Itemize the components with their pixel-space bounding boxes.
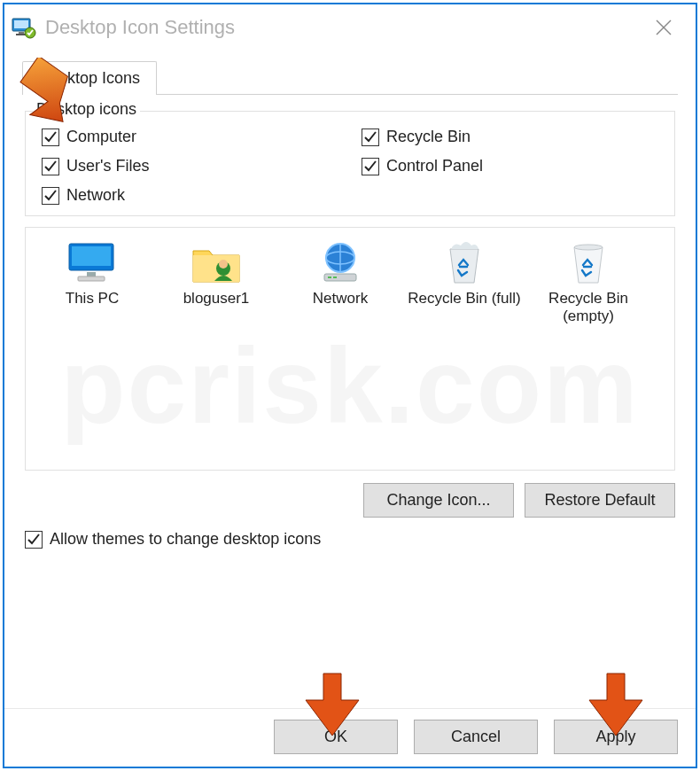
svg-point-13: [219, 260, 228, 269]
desktop-settings-icon: [12, 15, 36, 40]
change-icon-button[interactable]: Change Icon...: [363, 483, 514, 518]
checkbox-recycle-bin[interactable]: Recycle Bin: [362, 128, 664, 146]
svg-rect-8: [72, 246, 111, 266]
ok-button[interactable]: OK: [274, 720, 398, 754]
svg-rect-9: [87, 272, 96, 276]
close-button[interactable]: [637, 4, 690, 51]
icon-action-row: Change Icon... Restore Default: [25, 483, 675, 518]
checkmark-icon: [42, 128, 59, 146]
svg-rect-2: [19, 32, 24, 34]
recycle-bin-full-icon: [436, 240, 493, 286]
this-pc-icon: [64, 240, 121, 286]
checkbox-label: Network: [66, 186, 125, 205]
checkmark-icon: [42, 187, 59, 205]
checkmark-icon: [362, 128, 379, 146]
svg-point-20: [574, 245, 603, 250]
groupbox-desktop-icons: Desktop icons Computer Recycle Bin: [25, 111, 675, 216]
checkbox-label: Recycle Bin: [386, 128, 471, 146]
checkmark-icon: [362, 158, 379, 175]
svg-rect-19: [333, 276, 337, 278]
client-area: Desktop Icons Desktop icons Computer: [4, 51, 696, 708]
apply-button[interactable]: Apply: [554, 720, 678, 754]
checkbox-label: Allow themes to change desktop icons: [50, 530, 321, 549]
network-icon: [312, 240, 369, 286]
icon-label: This PC: [66, 290, 119, 308]
cancel-button[interactable]: Cancel: [414, 720, 538, 754]
dialog-footer: OK Cancel Apply: [4, 708, 696, 767]
icon-item-recycle-full[interactable]: Recycle Bin (full): [407, 240, 522, 324]
groupbox-caption: Desktop icons: [33, 100, 140, 119]
user-folder-icon: [188, 240, 245, 286]
close-icon: [655, 19, 673, 36]
icon-label: Recycle Bin (empty): [531, 290, 646, 324]
checkbox-allow-themes[interactable]: Allow themes to change desktop icons: [25, 530, 677, 549]
window-title: Desktop Icon Settings: [45, 16, 235, 39]
checkbox-control-panel[interactable]: Control Panel: [362, 157, 664, 175]
icon-preview-well: This PC bloguser1: [25, 227, 675, 471]
checkmark-icon: [42, 158, 59, 175]
icon-label: Network: [313, 290, 368, 308]
icon-item-user[interactable]: bloguser1: [159, 240, 274, 324]
icon-label: Recycle Bin (full): [408, 290, 521, 308]
svg-rect-10: [78, 276, 105, 281]
svg-rect-18: [328, 276, 331, 278]
checkbox-users-files[interactable]: User's Files: [42, 157, 344, 175]
tabstrip: Desktop Icons: [22, 61, 678, 95]
desktop-icon-settings-window: pcrisk.com Desktop Icon Settings Desktop…: [3, 3, 697, 768]
checkbox-label: Control Panel: [386, 157, 483, 175]
tab-desktop-icons[interactable]: Desktop Icons: [22, 61, 157, 95]
icon-item-recycle-empty[interactable]: Recycle Bin (empty): [531, 240, 646, 324]
checkbox-computer[interactable]: Computer: [42, 128, 344, 146]
checkmark-icon: [25, 531, 43, 549]
titlebar: Desktop Icon Settings: [4, 4, 696, 51]
icon-item-this-pc[interactable]: This PC: [35, 240, 150, 324]
checkbox-label: Computer: [66, 128, 136, 146]
tab-body: Desktop icons Computer Recycle Bin: [22, 95, 678, 701]
icon-label: bloguser1: [183, 290, 250, 308]
icon-item-network[interactable]: Network: [283, 240, 398, 324]
svg-rect-1: [14, 20, 28, 28]
checkbox-label: User's Files: [66, 157, 149, 175]
restore-default-button[interactable]: Restore Default: [525, 483, 675, 518]
checkbox-network[interactable]: Network: [42, 186, 344, 205]
recycle-bin-empty-icon: [560, 240, 617, 286]
